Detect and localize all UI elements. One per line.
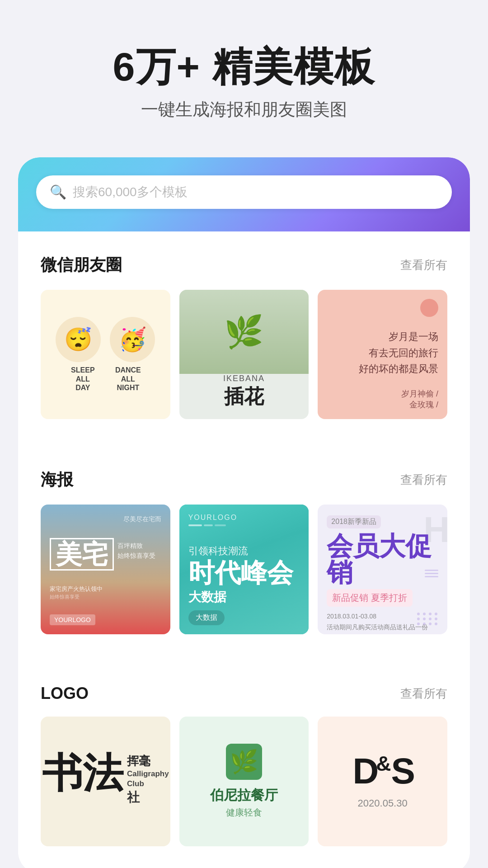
wechat-template-grid: 😴 🥳 SLEEPALLDAY DANCEALLNIGHT 🌿 IKEBANA … — [41, 290, 447, 420]
ds-date: 2020.05.30 — [358, 797, 408, 809]
calligraphy-zh-char: 书法 — [42, 753, 123, 794]
logo-template-grid: 书法 挥毫 CalligraphyClub 社 🌿 伯尼拉餐厅 健康轻食 — [41, 717, 447, 846]
dance-emoji: 🥳 — [110, 317, 155, 362]
poster-template-member[interactable]: H 2018新季新品 会员大促销 新品促销 夏季打折 — [318, 505, 447, 634]
restaurant-sub: 健康轻食 — [210, 807, 278, 819]
poem-line1: 岁月是一场 — [359, 329, 438, 344]
wechat-template-poem[interactable]: 岁月是一场 有去无回的旅行 好的坏的都是风景 岁月神偷 / 金玫瑰 / — [318, 290, 447, 420]
poster-3-desc: 2018.03.01-03.08 活动期间凡购买活动商品送礼品一份 活动有效期至… — [327, 611, 438, 634]
poster-2-pre: 大数据 — [188, 589, 300, 606]
poster-2-content: 引领科技潮流 时代峰会 大数据 大数据 — [188, 544, 300, 625]
wechat-template-ikebana[interactable]: 🌿 IKEBANA 插花 — [179, 290, 309, 420]
poster-1-youlogo: 尽美尽在宅而 — [50, 515, 161, 524]
search-header: 🔍 搜索60,000多个模板 — [18, 157, 470, 231]
poster-1-right-text: 百坪精致始终惊喜享受 — [117, 541, 155, 561]
calligraphy-she: 社 — [127, 789, 169, 806]
restaurant-text: 伯尼拉餐厅 健康轻食 — [210, 786, 278, 819]
search-icon: 🔍 — [50, 185, 66, 199]
hero-subtitle: 一键生成海报和朋友圈美图 — [27, 98, 461, 121]
wechat-section-header: 微信朋友圈 查看所有 — [41, 254, 447, 276]
hero-section: 6万+ 精美模板 一键生成海报和朋友圈美图 — [0, 0, 488, 148]
wechat-template-sleep-dance[interactable]: 😴 🥳 SLEEPALLDAY DANCEALLNIGHT — [41, 290, 170, 420]
dance-label: DANCEALLNIGHT — [108, 366, 148, 392]
poster-1-big-zh: 美宅 — [50, 538, 114, 571]
pink-circle-deco — [420, 299, 438, 317]
author-line1: 岁月神偷 / — [401, 388, 438, 399]
restaurant-name: 伯尼拉餐厅 — [210, 786, 278, 805]
poster-template-grid: 尽美尽在宅而 美宅 百坪精致始终惊喜享受 家宅房产火热认领中 始终惊喜享受 YO… — [41, 505, 447, 634]
poster-2-label: 大数据 — [188, 610, 225, 625]
poster-3-main: 会员大促销 新品促销 夏季打折 — [327, 533, 438, 607]
logo-template-ds[interactable]: D&S 2020.05.30 — [318, 717, 447, 846]
author-line2: 金玫瑰 / — [401, 399, 438, 410]
hero-title: 6万+ 精美模板 — [27, 45, 461, 89]
poster-2-sub: 引领科技潮流 — [188, 544, 300, 558]
logo-section-title: LOGO — [41, 684, 89, 703]
ikebana-en-label: IKEBANA — [223, 374, 265, 383]
poster-2-deco-top: YOURLOGO — [188, 514, 300, 526]
poster-template-meizhai[interactable]: 尽美尽在宅而 美宅 百坪精致始终惊喜享受 家宅房产火热认领中 始终惊喜享受 YO… — [41, 505, 170, 634]
character-row: 😴 🥳 — [56, 317, 155, 362]
search-input-placeholder: 搜索60,000多个模板 — [73, 184, 188, 201]
sleep-label: SLEEPALLDAY — [62, 366, 103, 392]
poster-view-all-link[interactable]: 查看所有 — [400, 472, 447, 488]
poem-text: 岁月是一场 有去无回的旅行 好的坏的都是风景 — [359, 329, 438, 377]
poster-section-title: 海报 — [41, 469, 73, 491]
poster-section-header: 海报 查看所有 — [41, 469, 447, 491]
main-card: 🔍 搜索60,000多个模板 微信朋友圈 查看所有 😴 🥳 SLEEPALLDA… — [18, 157, 470, 868]
logo-template-calligraphy[interactable]: 书法 挥毫 CalligraphyClub 社 — [41, 717, 170, 846]
poster-2-yourlogo: YOURLOGO — [188, 514, 300, 522]
poster-3-top: 2018新季新品 — [327, 515, 438, 528]
poem-line3: 好的坏的都是风景 — [359, 361, 438, 377]
poster-section: 海报 查看所有 尽美尽在宅而 美宅 百坪精致始终惊喜享受 家宅房产火热认领中 始… — [18, 446, 470, 634]
ikebana-text: IKEBANA 插花 — [223, 374, 265, 410]
logo-section-header: LOGO 查看所有 — [41, 684, 447, 703]
search-bar[interactable]: 🔍 搜索60,000多个模板 — [36, 175, 452, 209]
calligraphy-right: 挥毫 CalligraphyClub 社 — [127, 753, 169, 810]
wechat-section-title: 微信朋友圈 — [41, 254, 122, 276]
sleep-emoji: 😴 — [56, 317, 101, 362]
wechat-section: 微信朋友圈 查看所有 😴 🥳 SLEEPALLDAY DANCEALLNIGHT… — [18, 231, 470, 420]
leaf-icon: 🌿 — [226, 744, 262, 780]
ikebana-leaves-bg: 🌿 — [179, 290, 309, 374]
calligraphy-layout: 书法 挥毫 CalligraphyClub 社 — [42, 753, 169, 810]
calligraphy-en: CalligraphyClub — [127, 769, 169, 789]
poster-3-year: 2018新季新品 — [327, 515, 381, 528]
calligraphy-pre: 挥毫 — [127, 753, 169, 769]
poster-3-title: 会员大促销 — [327, 533, 438, 585]
wechat-view-all-link[interactable]: 查看所有 — [400, 257, 447, 273]
poster-1-yourlogo: YOURLOGO — [50, 614, 95, 625]
logo-section: LOGO 查看所有 书法 挥毫 CalligraphyClub 社 🌿 — [18, 661, 470, 846]
ikebana-zh-label: 插花 — [223, 383, 265, 410]
label-row: SLEEPALLDAY DANCEALLNIGHT — [62, 366, 148, 392]
poster-2-title: 时代峰会 — [188, 560, 300, 586]
logo-view-all-link[interactable]: 查看所有 — [400, 686, 447, 702]
poster-template-bigdata[interactable]: YOURLOGO 引领科技潮流 时代峰会 大数据 大数据 — [179, 505, 309, 634]
poster-3-sub: 新品促销 夏季打折 — [327, 589, 413, 607]
poem-line2: 有去无回的旅行 — [359, 345, 438, 361]
poster-1-bottom: 家宅房产火热认领中 始终惊喜享受 — [50, 585, 161, 600]
ds-logo-text: D&S — [352, 753, 412, 789]
poem-author: 岁月神偷 / 金玫瑰 / — [401, 388, 438, 410]
logo-template-restaurant[interactable]: 🌿 伯尼拉餐厅 健康轻食 — [179, 717, 309, 846]
